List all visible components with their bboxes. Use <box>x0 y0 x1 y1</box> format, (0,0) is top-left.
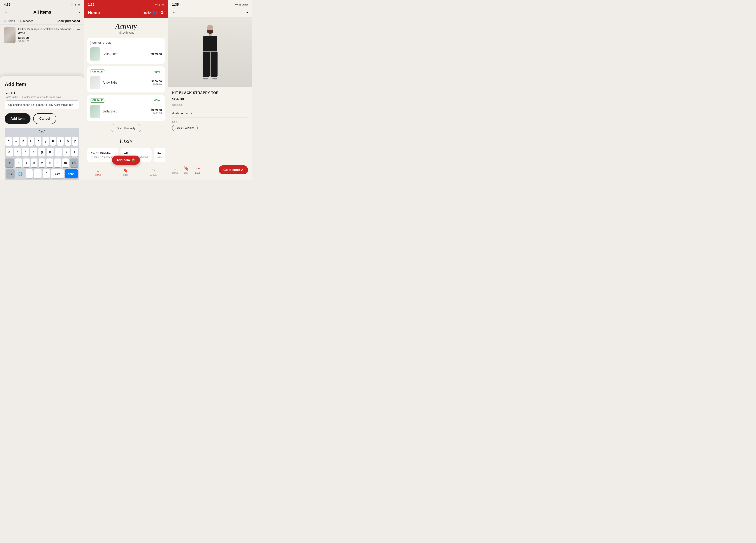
key-z[interactable]: z <box>15 158 22 167</box>
product-price: $864.00 <box>18 36 74 39</box>
settings-icon[interactable]: ⚙ <box>160 10 164 15</box>
activity-card-2[interactable]: ON SALE 43% ↓ Andy Skirt $159.00 $279.00 <box>87 66 165 92</box>
key-globe[interactable]: 🌐 <box>16 169 24 178</box>
panel3-topbar: ← ··· <box>168 8 252 17</box>
activity-price-1: $299.00 <box>151 52 162 56</box>
key-o[interactable]: o <box>65 137 71 146</box>
divider-1 <box>172 109 248 109</box>
key-slash[interactable]: / <box>43 169 50 178</box>
key-shift[interactable]: ⇧ <box>5 158 14 167</box>
old-price-detail: $119.99 <box>172 104 182 107</box>
activity-item-name-1: Bella Skirt <box>103 52 149 56</box>
key-s[interactable]: s <box>14 148 21 156</box>
battery-icon-3: ▰▰▰ <box>242 3 248 6</box>
activity-item-name-3: Bella Skirt <box>103 110 149 113</box>
key-w[interactable]: w <box>13 137 19 146</box>
modal-title: Add item <box>5 81 79 87</box>
list-card-info-1: 16 items • 2 purchased <box>91 156 115 158</box>
go-to-store-button[interactable]: Go to store ↗ <box>219 165 248 174</box>
key-y[interactable]: y <box>42 137 49 146</box>
key-d[interactable]: d <box>22 148 29 156</box>
key-a[interactable]: a <box>6 148 13 156</box>
key-i[interactable]: i <box>57 137 63 146</box>
invite-label: Invite <box>143 11 151 14</box>
badge-row-3: ON SALE 40% ↓ <box>90 98 162 102</box>
key-123[interactable]: 123 <box>6 169 15 178</box>
key-j[interactable]: j <box>55 148 62 156</box>
key-c[interactable]: c <box>31 158 37 167</box>
product-old-price: $2,161.00 <box>18 40 29 43</box>
product-info: Edition Beth square-neck linen-blend clo… <box>18 27 74 43</box>
add-item-fab-label: Add item <box>117 158 130 162</box>
back-button-3[interactable]: ← <box>172 10 176 15</box>
model-pants <box>203 52 218 77</box>
key-x[interactable]: x <box>23 158 29 167</box>
signal-icon: ▪▪▪ <box>71 3 73 6</box>
badge-row-2: ON SALE 43% ↓ <box>90 69 162 74</box>
lists-icon: 🔖 <box>123 168 128 173</box>
key-dotcom[interactable]: .com <box>51 169 64 178</box>
key-v[interactable]: v <box>39 158 45 167</box>
more-options-button[interactable]: ··· <box>76 10 80 15</box>
nav-lists[interactable]: 🔖 Lists <box>123 168 128 176</box>
key-p[interactable]: p <box>72 137 78 146</box>
key-m[interactable]: m <box>62 158 69 167</box>
show-purchased-button[interactable]: Show purchased <box>57 19 80 23</box>
model-neck <box>209 33 212 36</box>
activity-item-row-1: Bella Skirt $299.00 <box>90 47 162 61</box>
home-icon: ⌂ <box>97 168 99 173</box>
key-u[interactable]: u <box>50 137 56 146</box>
nav-home[interactable]: ⌂ Home <box>95 168 101 176</box>
panel1-header: ← All items ··· <box>0 8 84 17</box>
nav-activity[interactable]: 〜 Activity <box>150 167 157 176</box>
key-l[interactable]: l <box>71 148 78 156</box>
suggestion-text[interactable]: "red" <box>39 130 45 133</box>
more-options-button-3[interactable]: ··· <box>244 10 248 15</box>
panel2-status-icons: ▪▪▪ ◈ ▭ <box>155 3 164 6</box>
foot-left <box>203 78 208 79</box>
activity-old-price-2: $279.00 <box>151 83 162 86</box>
list-card-3[interactable]: Fu... 4 ite... <box>154 148 165 162</box>
lists-icon-3: 🔖 <box>184 166 189 171</box>
key-done[interactable]: done <box>65 169 78 178</box>
key-n[interactable]: n <box>54 158 61 167</box>
activity-icon: 〜 <box>152 167 156 173</box>
wishlist-tag[interactable]: S/S '25 Wishlist <box>172 125 198 131</box>
key-space[interactable] <box>34 169 42 178</box>
activity-thumb-3 <box>90 105 100 118</box>
add-item-button[interactable]: Add item <box>5 113 30 124</box>
panel3-nav-lists[interactable]: 🔖 Lists <box>184 166 189 174</box>
store-link[interactable]: dissh.com.au ↗ <box>172 112 248 115</box>
list-card-info-3: 4 ite... <box>157 156 165 158</box>
add-item-fab[interactable]: Add item 📦 <box>112 155 140 165</box>
key-e[interactable]: e <box>20 137 26 146</box>
item-link-input[interactable] <box>5 100 79 109</box>
key-f[interactable]: f <box>30 148 37 156</box>
see-all-activity-container: See all activity <box>87 124 165 132</box>
activity-card-1[interactable]: OUT OF STOCK Bella Skirt $299.00 <box>87 38 165 64</box>
add-person-icon: 👤+ <box>152 11 158 15</box>
see-all-activity-button[interactable]: See all activity <box>111 124 141 132</box>
activity-card-3[interactable]: ON SALE 40% ↓ Bella Skirt $299.00 $499.0… <box>87 95 165 121</box>
invite-button[interactable]: Invite 👤+ <box>143 11 158 15</box>
panel3-nav-activity[interactable]: 〜 Activity <box>195 165 201 174</box>
cancel-button[interactable]: Cancel <box>33 113 56 124</box>
key-r[interactable]: r <box>28 137 34 146</box>
back-button[interactable]: ← <box>4 10 8 15</box>
key-k[interactable]: k <box>63 148 70 156</box>
key-b[interactable]: b <box>46 158 53 167</box>
status-time-1: 4:35 <box>4 3 10 7</box>
key-dot[interactable]: . <box>26 169 33 178</box>
key-t[interactable]: t <box>35 137 41 146</box>
panel2-scroll: Activity Fri, 14th June OUT OF STOCK Bel… <box>84 18 168 165</box>
key-g[interactable]: g <box>38 148 45 156</box>
product-card[interactable]: Edition Beth square-neck linen-blend clo… <box>0 25 84 46</box>
keyboard-row-2: a s d f g h j k l <box>5 148 78 156</box>
battery-icon: ▭ <box>78 3 80 6</box>
activity-current-price-2: $159.00 <box>151 80 162 83</box>
product-more-button[interactable]: ··· <box>77 27 80 31</box>
key-q[interactable]: q <box>5 137 12 146</box>
key-h[interactable]: h <box>47 148 54 156</box>
panel3-nav-home[interactable]: ⌂ Home <box>172 166 178 174</box>
key-delete[interactable]: ⌫ <box>70 158 78 167</box>
